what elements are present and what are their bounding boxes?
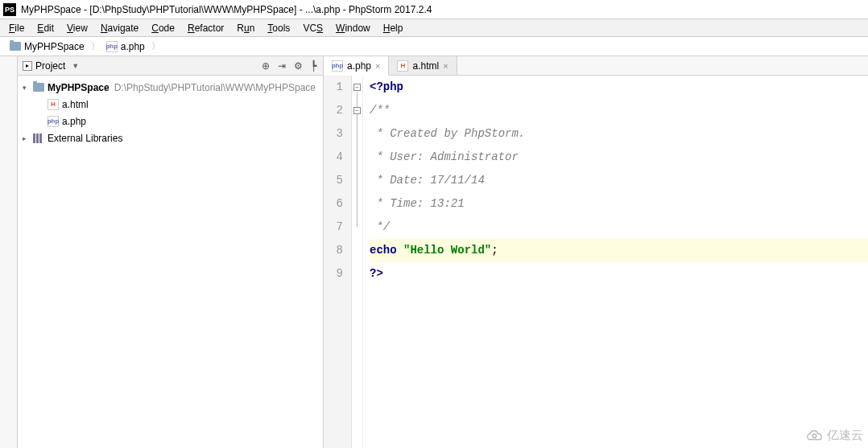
gear-icon[interactable]: ⚙ [292,60,304,72]
editor-tabs: php a.php × H a.html × [324,56,868,76]
php-file-icon: php [106,41,118,52]
editor: php a.php × H a.html × 1 2 3 4 5 6 7 8 9 [324,56,868,448]
menu-run[interactable]: Run [231,21,260,35]
folder-icon [10,42,21,51]
html-file-icon: H [397,60,408,72]
line-number: 5 [324,169,343,192]
line-number-gutter: 1 2 3 4 5 6 7 8 9 [324,76,352,448]
menu-window[interactable]: Window [330,21,376,35]
menu-vcs[interactable]: VCS [297,21,329,35]
code-area[interactable]: 1 2 3 4 5 6 7 8 9 − − <?php /** * Create… [324,76,868,448]
tool-window-stripe-left[interactable] [0,56,18,448]
code-token: <?php [370,80,403,93]
code-token: * Time: 13:21 [370,197,465,210]
tab-a-html[interactable]: H a.html × [389,56,457,75]
menu-code[interactable]: Code [146,21,180,35]
tree-root-name: MyPHPSpace [48,82,110,93]
tree-file-label: a.html [62,99,89,110]
breadcrumb-root-label: MyPHPSpace [24,41,85,52]
fold-gutter: − − [352,76,363,448]
html-file-icon: H [48,99,59,110]
breadcrumb-file-label: a.php [121,41,145,52]
code-token: */ [370,220,390,233]
php-file-icon: php [332,60,343,72]
app-icon: PS [3,3,16,16]
tree-libraries-label: External Libraries [48,133,122,144]
tree-file-label: a.php [62,116,86,127]
menubar: File Edit View Navigate Code Refactor Ru… [0,19,868,37]
tab-label: a.php [347,60,371,72]
expand-arrow-icon[interactable]: ▸ [23,134,32,142]
tree-root-path: D:\PhpStudy\PHPTutorial\WWW\MyPHPSpace [114,82,316,93]
php-file-icon: php [48,116,59,127]
tree-external-libraries[interactable]: ▸ External Libraries [18,129,323,146]
project-panel-header: ▸ Project ▼ ⊕ ⇥ ⚙ ┡ [18,56,323,76]
line-number: 2 [324,99,343,122]
watermark: 亿速云 [806,428,863,443]
line-number: 6 [324,192,343,216]
line-number: 8 [324,239,343,262]
cloud-icon [806,429,824,443]
tree-file-php[interactable]: php a.php [18,113,323,129]
code-token: /** [370,104,390,117]
collapse-all-icon[interactable]: ⇥ [276,60,287,72]
menu-file[interactable]: File [3,21,30,35]
tree-root[interactable]: ▾ MyPHPSpace D:\PhpStudy\PHPTutorial\WWW… [18,79,323,96]
line-number: 1 [324,76,343,99]
code-token: echo [370,244,403,257]
line-number: 9 [324,262,343,286]
library-icon [33,134,44,143]
code-token: ; [491,244,498,257]
watermark-text: 亿速云 [827,428,863,443]
line-number: 4 [324,146,343,169]
line-number: 7 [324,216,343,239]
menu-navigate[interactable]: Navigate [95,21,144,35]
folder-icon [33,83,44,92]
breadcrumb-root[interactable]: MyPHPSpace [6,39,88,54]
code-token: * Created by PhpStorm. [370,127,525,140]
project-panel: ▸ Project ▼ ⊕ ⇥ ⚙ ┡ ▾ MyPHPSpace D:\PhpS… [18,56,324,448]
menu-edit[interactable]: Edit [31,21,60,35]
project-panel-label: Project [35,60,65,72]
titlebar: PS MyPHPSpace - [D:\PhpStudy\PHPTutorial… [0,0,868,19]
code-token: * Date: 17/11/14 [370,174,485,187]
code-token: * User: Administrator [370,150,519,163]
close-icon[interactable]: × [443,61,448,71]
project-tree: ▾ MyPHPSpace D:\PhpStudy\PHPTutorial\WWW… [18,76,323,448]
fold-minus-icon[interactable]: − [353,107,361,114]
line-number: 3 [324,122,343,146]
tab-a-php[interactable]: php a.php × [324,56,389,76]
code-content[interactable]: <?php /** * Created by PhpStorm. * User:… [363,76,868,448]
expand-arrow-icon[interactable]: ▾ [23,84,32,92]
tab-label: a.html [412,60,439,72]
code-token: ?> [370,267,383,280]
breadcrumb: MyPHPSpace 〉 php a.php 〉 [0,37,868,56]
breadcrumb-file[interactable]: php a.php [103,39,148,54]
code-token: "Hello World" [403,244,491,257]
project-view-selector-icon[interactable]: ▸ [23,61,32,71]
menu-refactor[interactable]: Refactor [182,21,229,35]
main-area: ▸ Project ▼ ⊕ ⇥ ⚙ ┡ ▾ MyPHPSpace D:\PhpS… [0,56,868,448]
fold-minus-icon[interactable]: − [353,84,361,91]
menu-help[interactable]: Help [378,21,409,35]
scroll-target-icon[interactable]: ⊕ [260,60,271,72]
hide-panel-icon[interactable]: ┡ [309,60,318,72]
window-title: MyPHPSpace - [D:\PhpStudy\PHPTutorial\WW… [21,4,432,15]
menu-tools[interactable]: Tools [262,21,296,35]
dropdown-icon[interactable]: ▼ [72,62,79,70]
chevron-right-icon: 〉 [151,40,160,52]
tree-file-html[interactable]: H a.html [18,96,323,113]
close-icon[interactable]: × [375,61,380,71]
chevron-right-icon: 〉 [91,40,100,52]
menu-view[interactable]: View [61,21,93,35]
